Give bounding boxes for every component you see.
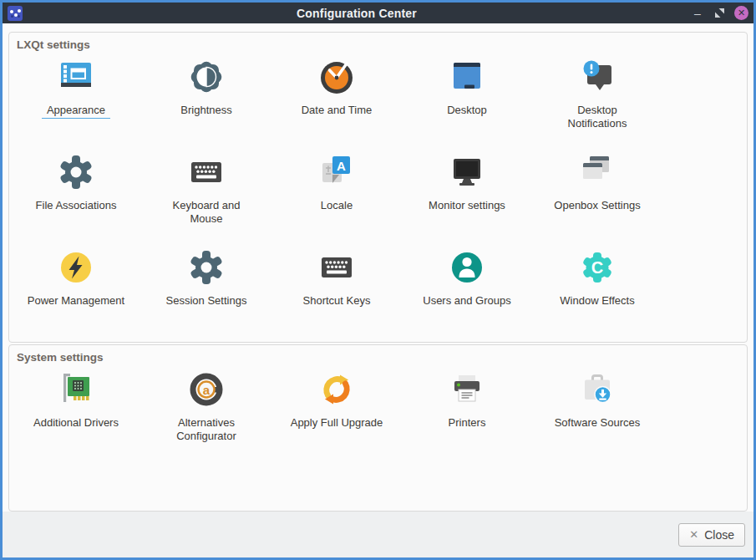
section-title-lxqt: LXQt settings xyxy=(9,33,747,51)
desktop-icon xyxy=(447,57,487,97)
alternatives-icon: a xyxy=(186,369,226,410)
launcher-label: Users and Groups xyxy=(423,294,511,308)
svg-text:C: C xyxy=(591,258,603,277)
restore-button[interactable] xyxy=(713,7,726,20)
dialog-button-bar: ✕ Close xyxy=(3,512,753,557)
launcher-label: Session Settings xyxy=(166,294,247,308)
restore-icon xyxy=(714,8,725,18)
gear-icon xyxy=(186,247,226,288)
lxqt-grid: Appearance Brightness xyxy=(11,51,747,337)
launcher-additional-drivers[interactable]: Additional Drivers xyxy=(11,364,141,459)
system-grid: Additional Drivers a Alternatives Config… xyxy=(11,364,747,459)
minimize-button[interactable]: – xyxy=(691,7,704,20)
close-button-label: Close xyxy=(704,528,734,542)
refresh-arrows-icon xyxy=(317,369,357,410)
launcher-shortcut-keys[interactable]: Shortcut Keys xyxy=(271,242,402,337)
briefcase-download-icon xyxy=(577,369,617,410)
launcher-date-time[interactable]: Date and Time xyxy=(271,51,402,146)
launcher-label: File Associations xyxy=(36,199,117,212)
launcher-alternatives-configurator[interactable]: a Alternatives Configurator xyxy=(141,364,271,459)
keyboard-icon xyxy=(186,152,226,192)
launcher-window-effects[interactable]: C Window Effects xyxy=(532,242,662,337)
launcher-label: Software Sources xyxy=(555,416,641,430)
launcher-session-settings[interactable]: Session Settings xyxy=(141,242,271,337)
app-icon xyxy=(8,6,23,21)
launcher-label: Power Management xyxy=(28,294,124,308)
launcher-label: Brightness xyxy=(180,104,231,117)
launcher-label: Desktop Notifications xyxy=(568,104,627,131)
launcher-label: Openbox Settings xyxy=(554,199,640,212)
user-icon xyxy=(447,247,487,288)
launcher-label: Apply Full Upgrade xyxy=(291,416,383,430)
launcher-printers[interactable]: Printers xyxy=(402,364,532,459)
launcher-appearance[interactable]: Appearance xyxy=(11,51,141,146)
launcher-software-sources[interactable]: Software Sources xyxy=(532,364,662,459)
launcher-label: Window Effects xyxy=(560,294,634,308)
launcher-label: Additional Drivers xyxy=(33,416,119,430)
printer-icon xyxy=(447,369,487,410)
launcher-label: Monitor settings xyxy=(429,199,505,212)
svg-text:A: A xyxy=(337,159,346,173)
launcher-locale[interactable]: A Locale xyxy=(271,146,402,242)
launcher-label: Locale xyxy=(321,199,353,212)
date-time-icon xyxy=(317,57,357,97)
launcher-desktop[interactable]: Desktop xyxy=(402,51,532,146)
launcher-keyboard-mouse[interactable]: Keyboard and Mouse xyxy=(141,146,271,242)
launcher-label: Keyboard and Mouse xyxy=(173,199,241,227)
main-content: LXQt settings Appearance xyxy=(3,23,753,512)
titlebar: Configuration Center – ✕ xyxy=(3,3,753,23)
launcher-label: Desktop xyxy=(447,104,487,117)
keyboard-icon xyxy=(317,247,357,288)
launcher-users-groups[interactable]: Users and Groups xyxy=(402,242,532,337)
launcher-label: Appearance xyxy=(42,104,110,119)
desktop-notifications-icon xyxy=(577,57,617,97)
launcher-label: Date and Time xyxy=(302,104,373,117)
lxqt-settings-group: LXQt settings Appearance xyxy=(8,32,748,343)
pci-card-icon xyxy=(56,369,96,410)
window-title: Configuration Center xyxy=(23,7,691,20)
launcher-file-associations[interactable]: File Associations xyxy=(11,146,141,242)
appearance-icon xyxy=(56,57,96,97)
windows-icon xyxy=(577,152,617,192)
launcher-apply-full-upgrade[interactable]: Apply Full Upgrade xyxy=(271,364,402,459)
monitor-icon xyxy=(447,152,487,192)
launcher-desktop-notifications[interactable]: Desktop Notifications xyxy=(532,51,662,146)
launcher-label: Shortcut Keys xyxy=(303,294,371,308)
brightness-icon xyxy=(186,57,226,97)
close-x-icon: ✕ xyxy=(689,528,698,541)
launcher-openbox-settings[interactable]: Openbox Settings xyxy=(532,146,662,242)
launcher-label: Printers xyxy=(449,416,486,430)
launcher-brightness[interactable]: Brightness xyxy=(141,51,271,146)
close-button[interactable]: ✕ Close xyxy=(678,523,745,547)
gear-icon xyxy=(56,152,96,192)
power-icon xyxy=(56,247,96,288)
close-window-button[interactable]: ✕ xyxy=(734,6,748,20)
launcher-label: Alternatives Configurator xyxy=(176,416,236,444)
launcher-monitor-settings[interactable]: Monitor settings xyxy=(402,146,532,242)
svg-text:a: a xyxy=(203,383,211,397)
window-effects-gear-icon: C xyxy=(577,247,617,288)
launcher-power-management[interactable]: Power Management xyxy=(11,242,141,337)
locale-icon: A xyxy=(317,152,357,192)
system-settings-group: System settings xyxy=(8,344,748,512)
section-title-system: System settings xyxy=(9,345,747,364)
